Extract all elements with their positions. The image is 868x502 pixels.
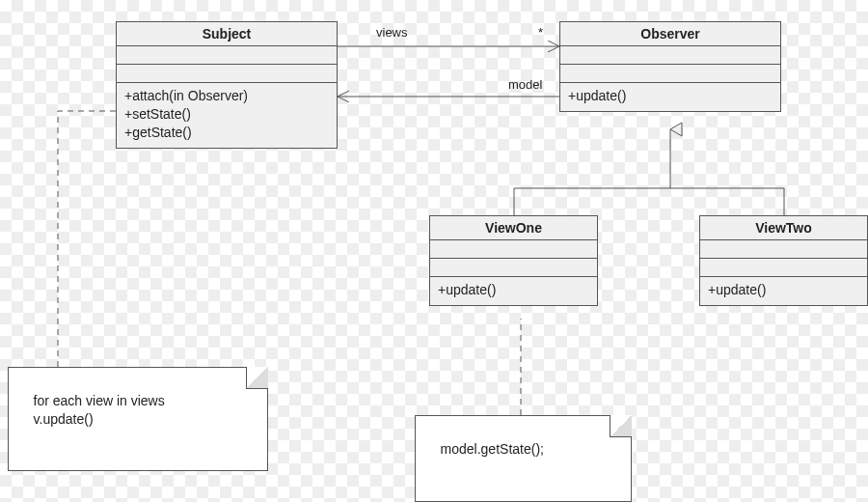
class-observer-attrs bbox=[560, 46, 780, 65]
diagram-canvas: Subject +attach(in Observer) +setState()… bbox=[0, 0, 868, 502]
class-subject-ops: +attach(in Observer) +setState() +getSta… bbox=[117, 83, 337, 148]
class-observer-attrs2 bbox=[560, 65, 780, 83]
class-observer: Observer +update() bbox=[559, 21, 781, 112]
class-viewone-attrs bbox=[430, 240, 597, 259]
class-viewtwo-ops: +update() bbox=[700, 277, 867, 305]
class-observer-title: Observer bbox=[560, 22, 780, 46]
note-subject-anchor bbox=[58, 111, 116, 367]
class-subject-attrs2 bbox=[117, 65, 337, 83]
class-subject-title: Subject bbox=[117, 22, 337, 46]
class-viewtwo-attrs bbox=[700, 240, 867, 259]
class-viewone-ops: +update() bbox=[430, 277, 597, 305]
class-subject-attrs bbox=[117, 46, 337, 65]
class-observer-ops: +update() bbox=[560, 83, 780, 111]
class-viewone-title: ViewOne bbox=[430, 216, 597, 240]
assoc-views-mult: * bbox=[538, 25, 543, 40]
note-subject: for each view in views v.update() bbox=[8, 367, 268, 471]
note-viewone-text: model.getState(); bbox=[441, 441, 544, 457]
assoc-views-label: views bbox=[376, 25, 408, 40]
note-viewone: model.getState(); bbox=[415, 415, 632, 502]
assoc-model-label: model bbox=[508, 77, 542, 92]
note-fold-icon bbox=[610, 415, 632, 437]
class-viewtwo: ViewTwo +update() bbox=[699, 215, 868, 306]
class-subject: Subject +attach(in Observer) +setState()… bbox=[116, 21, 338, 149]
class-viewone: ViewOne +update() bbox=[429, 215, 598, 306]
class-viewtwo-attrs2 bbox=[700, 259, 867, 277]
note-fold-icon bbox=[246, 367, 268, 389]
class-viewtwo-title: ViewTwo bbox=[700, 216, 867, 240]
gen-tree bbox=[514, 150, 784, 215]
class-viewone-attrs2 bbox=[430, 259, 597, 277]
note-subject-text: for each view in views v.update() bbox=[18, 393, 165, 427]
